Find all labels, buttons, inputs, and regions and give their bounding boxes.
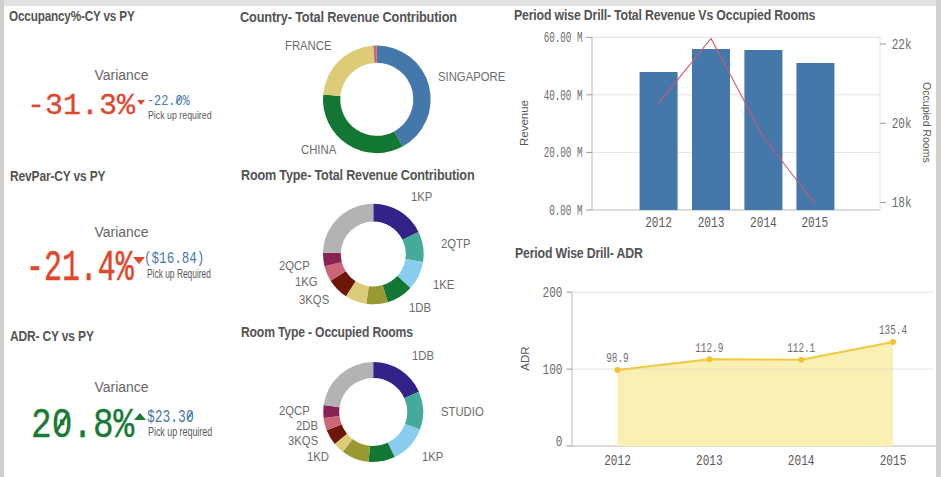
svg-text:112.1: 112.1: [787, 342, 815, 356]
svg-text:40.00 M: 40.00 M: [544, 88, 583, 105]
svg-text:0.00 M: 0.00 M: [549, 203, 582, 220]
svg-text:2013: 2013: [696, 453, 723, 470]
svg-text:20.00 M: 20.00 M: [544, 145, 583, 162]
svg-text:2012: 2012: [645, 215, 672, 232]
svg-text:20k: 20k: [892, 117, 912, 133]
svg-text:2012: 2012: [604, 453, 631, 470]
svg-text:2014: 2014: [750, 215, 777, 232]
svg-text:22k: 22k: [892, 38, 912, 54]
svg-text:ADR: ADR: [519, 346, 531, 370]
svg-text:Revenue: Revenue: [518, 100, 530, 146]
svg-text:18k: 18k: [892, 196, 912, 212]
svg-text:Occupied Rooms: Occupied Rooms: [921, 82, 933, 163]
svg-text:112.9: 112.9: [695, 341, 723, 355]
svg-text:2015: 2015: [801, 215, 828, 232]
svg-text:60.00 M: 60.00 M: [544, 30, 583, 47]
svg-text:2015: 2015: [880, 453, 907, 470]
svg-text:2013: 2013: [698, 215, 725, 232]
svg-text:200: 200: [543, 286, 563, 302]
svg-text:2014: 2014: [788, 453, 815, 470]
svg-text:0: 0: [556, 435, 563, 451]
svg-text:135.4: 135.4: [879, 324, 907, 338]
svg-text:100: 100: [543, 363, 563, 379]
svg-text:98.9: 98.9: [606, 352, 628, 366]
